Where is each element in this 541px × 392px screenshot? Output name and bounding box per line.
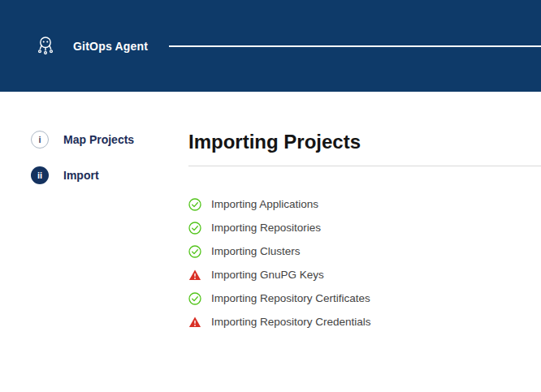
step-label: Map Projects xyxy=(63,133,134,146)
import-status-list: Importing Applications Importing Reposit… xyxy=(188,197,541,329)
step-number-badge: ii xyxy=(31,166,49,184)
import-status-row: Importing Repository Certificates xyxy=(188,291,541,305)
import-status-label: Importing Applications xyxy=(211,198,318,210)
step-label: Import xyxy=(63,169,99,182)
import-status-row: Importing Applications xyxy=(188,197,541,211)
import-status-row: Importing Repositories xyxy=(188,221,541,235)
main-content: Importing Projects Importing Application… xyxy=(188,131,541,338)
import-status-row: Importing GnuPG Keys xyxy=(188,268,541,282)
import-status-row: Importing Clusters xyxy=(188,244,541,258)
step-map-projects[interactable]: i Map Projects xyxy=(31,131,188,149)
app-window: GitOps Agent i Map Projects ii Import Im… xyxy=(0,0,541,392)
import-status-label: Importing Repository Certificates xyxy=(211,292,370,304)
success-icon xyxy=(188,222,201,235)
error-icon xyxy=(188,316,201,329)
success-icon xyxy=(188,245,201,258)
header-divider xyxy=(169,45,541,47)
import-status-row: Importing Repository Credentials xyxy=(188,315,541,329)
page-title: Importing Projects xyxy=(188,131,541,153)
step-import[interactable]: ii Import xyxy=(31,166,188,184)
import-status-label: Importing GnuPG Keys xyxy=(211,269,324,281)
app-title: GitOps Agent xyxy=(73,40,148,53)
error-icon xyxy=(188,269,201,282)
import-status-label: Importing Repository Credentials xyxy=(211,316,371,328)
page-body: i Map Projects ii Import Importing Proje… xyxy=(0,92,541,338)
app-header: GitOps Agent xyxy=(0,0,541,92)
octopus-logo-icon xyxy=(31,32,60,61)
import-status-label: Importing Repositories xyxy=(211,222,321,234)
success-icon xyxy=(188,198,201,211)
step-number-badge: i xyxy=(31,131,49,149)
success-icon xyxy=(188,292,201,305)
wizard-steps: i Map Projects ii Import xyxy=(0,131,188,338)
import-status-label: Importing Clusters xyxy=(211,245,301,257)
title-divider xyxy=(188,166,541,166)
